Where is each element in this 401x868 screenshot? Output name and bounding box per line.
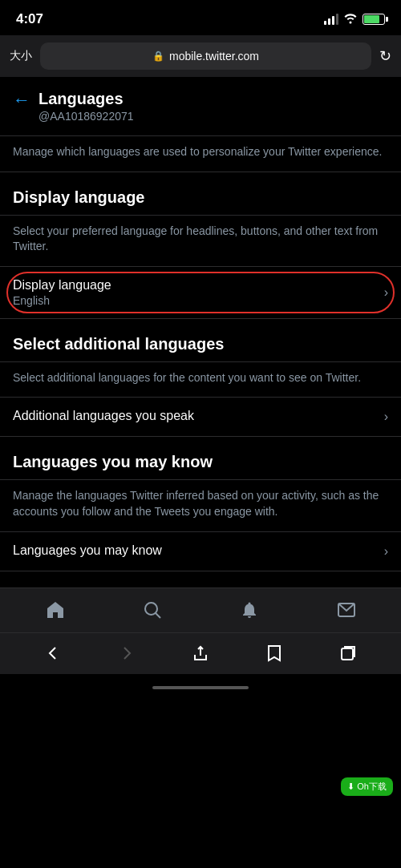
browser-bar: 大小 🔒 mobile.twitter.com ↻	[0, 35, 401, 77]
svg-point-0	[145, 603, 157, 615]
display-language-label: Display language	[13, 278, 111, 293]
status-icons	[324, 13, 385, 26]
signal-icon	[324, 14, 338, 25]
search-nav-button[interactable]	[132, 592, 172, 628]
page-title: Languages	[38, 90, 134, 108]
wifi-icon	[343, 13, 358, 26]
chevron-right-icon: ›	[384, 410, 388, 424]
url-bar[interactable]: 🔒 mobile.twitter.com	[40, 42, 371, 70]
bottom-nav	[0, 587, 401, 632]
may-know-label: Languages you may know	[13, 543, 162, 558]
lock-icon: 🔒	[152, 50, 164, 62]
svg-rect-4	[342, 648, 353, 660]
chevron-right-icon: ›	[384, 285, 388, 300]
wechat-label: ⬇	[347, 781, 354, 792]
home-nav-button[interactable]	[35, 592, 75, 628]
may-know-description: Manage the languages Twitter inferred ba…	[0, 480, 401, 531]
messages-nav-button[interactable]	[326, 592, 367, 628]
back-button[interactable]: ←	[13, 91, 30, 109]
refresh-button[interactable]: ↻	[379, 47, 391, 65]
url-text: mobile.twitter.com	[169, 50, 259, 63]
browser-forward-button[interactable]	[107, 636, 147, 671]
chevron-right-icon: ›	[384, 544, 388, 559]
status-bar: 4:07	[0, 0, 401, 35]
page-description: Manage which languages are used to perso…	[0, 136, 401, 172]
display-language-sublabel: English	[13, 294, 111, 307]
page-content: ← Languages @AA10186922071 Manage which …	[0, 77, 401, 571]
display-language-item[interactable]: Display language English ›	[0, 267, 401, 319]
additional-languages-section-header: Select additional languages	[0, 319, 401, 362]
additional-languages-item[interactable]: Additional languages you speak ›	[0, 398, 401, 437]
display-language-section-header: Display language	[0, 172, 401, 216]
font-size-button[interactable]: 大小	[10, 49, 32, 63]
may-know-item[interactable]: Languages you may know ›	[0, 532, 401, 571]
home-indicator	[0, 674, 401, 701]
browser-nav	[0, 632, 401, 674]
may-know-title: Languages you may know	[13, 453, 388, 471]
status-time: 4:07	[16, 11, 43, 27]
wechat-badge: ⬇ Oh下载	[341, 777, 393, 796]
display-language-description: Select your preferred language for headl…	[0, 216, 401, 267]
svg-line-1	[156, 613, 160, 618]
additional-languages-label: Additional languages you speak	[13, 409, 194, 423]
page-header: ← Languages @AA10186922071	[0, 77, 401, 136]
wechat-text: Oh下载	[357, 781, 387, 793]
browser-back-button[interactable]	[33, 636, 73, 671]
home-bar	[152, 686, 249, 689]
account-handle: @AA10186922071	[38, 110, 134, 123]
browser-tabs-button[interactable]	[328, 636, 368, 671]
browser-share-button[interactable]	[180, 636, 221, 671]
browser-bookmarks-button[interactable]	[254, 636, 294, 671]
additional-languages-description: Select additional languages for the cont…	[0, 362, 401, 398]
notifications-nav-button[interactable]	[229, 592, 269, 628]
battery-icon	[363, 14, 385, 25]
may-know-section-header: Languages you may know	[0, 437, 401, 480]
additional-languages-title: Select additional languages	[13, 335, 388, 353]
display-language-title: Display language	[13, 188, 388, 207]
